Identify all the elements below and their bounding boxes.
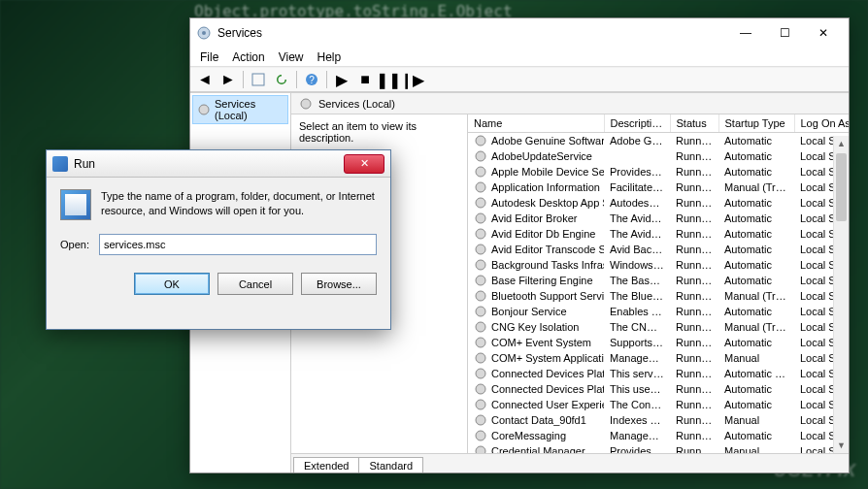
service-row[interactable]: COM+ Event SystemSupports Sy...RunningAu… (468, 335, 849, 350)
ok-button[interactable]: OK (134, 273, 210, 295)
column-header[interactable]: Log On As (794, 114, 849, 133)
scrollbar[interactable]: ▲ ▼ (833, 136, 849, 453)
gear-icon (474, 429, 487, 442)
gear-icon (474, 444, 487, 453)
tab-standard[interactable]: Standard (358, 457, 423, 473)
svg-point-24 (476, 400, 485, 409)
run-program-icon (60, 189, 91, 220)
service-row[interactable]: Application InformationFacilitates t...R… (468, 179, 849, 195)
run-message-text: Type the name of a program, folder, docu… (101, 189, 377, 220)
services-toolbar: ◄ ► ? ▶ ■ ❚❚ ❙▶ (190, 67, 849, 92)
svg-point-23 (476, 384, 485, 394)
service-row[interactable]: Avid Editor Transcode StatusAvid Backgr.… (468, 242, 849, 257)
service-row[interactable]: Bonjour ServiceEnables har...RunningAuto… (468, 304, 849, 319)
menu-file[interactable]: File (194, 49, 224, 66)
service-row[interactable]: Connected Devices Platfor...This user se… (468, 381, 849, 397)
gear-icon (474, 398, 487, 411)
play-button[interactable]: ▶ (331, 69, 352, 90)
restart-button[interactable]: ❙▶ (401, 69, 422, 90)
gear-icon (299, 97, 313, 111)
service-row[interactable]: CoreMessagingManages co...RunningAutomat… (468, 428, 849, 443)
description-text: Select an item to view its description. (299, 120, 417, 144)
tab-extended[interactable]: Extended (293, 457, 359, 473)
services-title-text: Services (217, 26, 262, 40)
svg-point-14 (476, 244, 485, 254)
gear-icon (474, 413, 487, 427)
service-row[interactable]: Base Filtering EngineThe Base Fil...Runn… (468, 273, 849, 288)
service-row[interactable]: Connected Devices Platfor...This service… (468, 366, 849, 381)
services-icon (196, 25, 212, 41)
column-header[interactable]: Status (670, 114, 718, 133)
svg-point-20 (476, 338, 485, 347)
svg-rect-2 (252, 74, 264, 85)
svg-point-13 (476, 229, 485, 239)
svg-text:?: ? (309, 75, 315, 85)
svg-point-1 (202, 31, 206, 35)
forward-button[interactable]: ► (217, 69, 239, 90)
svg-point-17 (476, 291, 485, 301)
svg-point-22 (476, 369, 485, 378)
gear-icon (474, 305, 487, 318)
svg-point-6 (301, 99, 311, 109)
gear-icon (474, 320, 487, 334)
service-row[interactable]: Contact Data_90fd1Indexes con...RunningM… (468, 412, 849, 428)
services-right-header: Services (Local) (291, 93, 849, 114)
service-row[interactable]: AdobeUpdateServiceRunningAutomaticLocal … (468, 148, 849, 164)
minimize-button[interactable]: — (726, 22, 765, 44)
service-row[interactable]: COM+ System ApplicationManages th...Runn… (468, 350, 849, 366)
service-row[interactable]: Avid Editor BrokerThe Avid Ed...RunningA… (468, 211, 849, 226)
tree-node-services-local[interactable]: Services (Local) (192, 95, 288, 124)
gear-icon (474, 212, 487, 225)
run-titlebar[interactable]: Run ✕ (47, 150, 390, 178)
svg-point-19 (476, 322, 485, 332)
run-close-button[interactable]: ✕ (344, 154, 384, 174)
svg-point-11 (476, 198, 485, 208)
service-row[interactable]: Credential ManagerProvides se...RunningM… (468, 443, 849, 453)
service-row[interactable]: Autodesk Desktop App Serv...Autodesk D..… (468, 195, 849, 211)
help-button[interactable]: ? (301, 69, 322, 90)
maximize-button[interactable]: ☐ (765, 22, 804, 44)
close-button[interactable]: ✕ (804, 22, 843, 44)
service-row[interactable]: Avid Editor Db EngineThe Avid Ed...Runni… (468, 226, 849, 242)
scroll-down-button[interactable]: ▼ (834, 438, 849, 453)
svg-point-27 (476, 446, 485, 453)
gear-icon (474, 149, 487, 163)
svg-point-25 (476, 415, 485, 425)
menu-action[interactable]: Action (226, 49, 270, 66)
menu-view[interactable]: View (273, 49, 310, 66)
svg-point-5 (199, 105, 209, 114)
scrollbar-thumb[interactable] (836, 153, 847, 221)
gear-icon (474, 351, 487, 365)
service-row[interactable]: Connected User Experience...The Connec..… (468, 397, 849, 412)
gear-icon (474, 196, 487, 210)
scroll-up-button[interactable]: ▲ (834, 136, 849, 151)
browse-button[interactable]: Browse... (301, 273, 377, 295)
svg-point-21 (476, 353, 485, 363)
gear-icon (474, 336, 487, 349)
column-header[interactable]: Startup Type (718, 114, 794, 133)
pause-button[interactable]: ❚❚ (378, 69, 399, 90)
gear-icon (474, 289, 487, 303)
gear-icon (474, 134, 487, 147)
services-list[interactable]: NameDescriptionStatusStartup TypeLog On … (468, 114, 849, 453)
open-label: Open: (60, 239, 89, 250)
column-header[interactable]: Description (604, 114, 670, 133)
service-row[interactable]: Background Tasks Infrastru...Windows in.… (468, 257, 849, 273)
back-button[interactable]: ◄ (194, 69, 216, 90)
svg-point-9 (476, 167, 485, 177)
service-row[interactable]: CNG Key IsolationThe CNG ke...RunningMan… (468, 319, 849, 335)
refresh-button[interactable] (271, 69, 292, 90)
menu-help[interactable]: Help (312, 49, 348, 66)
gear-icon (474, 180, 487, 194)
stop-button[interactable]: ■ (354, 69, 376, 90)
service-row[interactable]: Bluetooth Support ServiceThe Bluetoo...R… (468, 288, 849, 304)
services-titlebar[interactable]: Services — ☐ ✕ (190, 18, 849, 48)
column-header[interactable]: Name (468, 114, 604, 133)
svg-point-8 (476, 151, 485, 161)
toolbar-icon[interactable] (248, 69, 269, 90)
cancel-button[interactable]: Cancel (217, 273, 293, 295)
service-row[interactable]: Apple Mobile Device ServiceProvides th..… (468, 164, 849, 179)
open-input[interactable] (99, 234, 377, 255)
service-row[interactable]: Adobe Genuine Software In...Adobe Gen...… (468, 133, 849, 149)
services-menubar: File Action View Help (190, 48, 849, 67)
